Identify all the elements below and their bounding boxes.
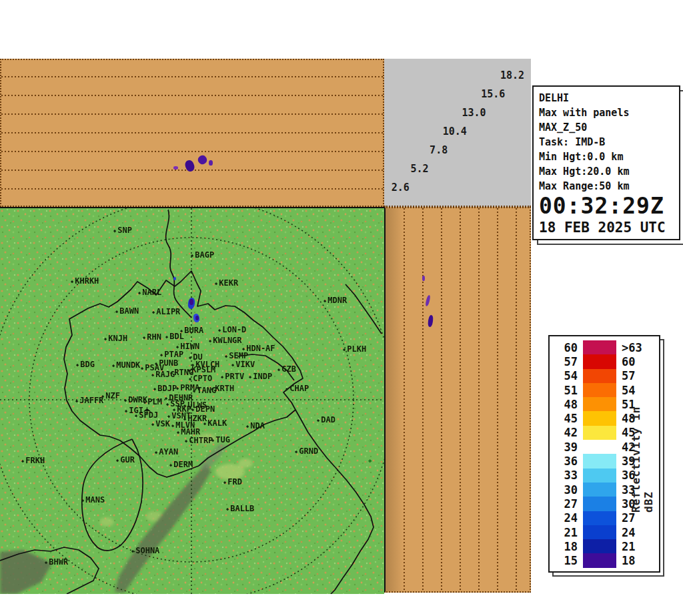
height-scale-label: 13.0	[462, 107, 486, 119]
radar-site-name: DELHI	[539, 91, 674, 105]
station-label-frkh: ◆FRKH	[21, 456, 45, 465]
legend-color-swatch	[583, 511, 616, 525]
legend-color-swatch	[583, 411, 616, 425]
timestamp: 00:32:29Z	[539, 194, 674, 219]
station-marker-icon: ◆	[323, 298, 326, 304]
legend-color-swatch	[583, 354, 616, 368]
station-marker-icon: ◆	[223, 480, 226, 485]
legend-left-label: 60	[554, 341, 578, 354]
station-label-bhwr: ◆BHWR	[45, 558, 68, 566]
station-marker-icon: ◆	[203, 421, 206, 426]
legend-left-label: 39	[554, 440, 578, 454]
station-label-ptap: ◆PTAP	[160, 350, 183, 358]
legend-right-label: 24	[622, 526, 635, 539]
station-label-bura: ◆BURA	[180, 326, 203, 334]
station-marker-icon: ◆	[153, 386, 156, 392]
radar-echo	[428, 315, 434, 328]
station-marker-icon: ◆	[165, 334, 168, 340]
station-marker-icon: ◆	[180, 328, 183, 334]
station-label-narl: ◆NARL	[138, 288, 161, 296]
right-height-panel	[384, 207, 531, 593]
station-label-vikv: ◆VIKV	[231, 360, 255, 368]
legend-left-label: 18	[554, 540, 578, 553]
station-marker-icon: ◆	[21, 458, 24, 464]
product-code: MAX_Z_50	[539, 120, 674, 135]
legend-title: Reflectivity in dBZ	[630, 395, 655, 513]
radar-display: 18.215.613.010.47.85.22.6	[0, 0, 683, 616]
station-marker-icon: ◆	[177, 430, 179, 435]
station-label-sfdj: ◆SFDJ	[135, 411, 158, 419]
station-label-tug: ◆TUG	[211, 436, 230, 444]
station-label-nda: ◆NDA	[246, 422, 265, 430]
station-label-mans: ◆MANS	[81, 496, 105, 504]
station-marker-icon: ◆	[71, 279, 73, 284]
station-label-krth: ◆KRTH	[211, 384, 234, 392]
station-label-lon-d: ◆LON-D	[218, 326, 246, 334]
station-marker-icon: ◆	[138, 290, 141, 296]
station-marker-icon: ◆	[221, 374, 223, 380]
station-marker-icon: ◆	[211, 386, 213, 392]
radar-echo	[189, 299, 193, 305]
info-box: DELHI Max with panels MAX_Z_50 Task: IMD…	[532, 85, 680, 240]
station-marker-icon: ◆	[231, 362, 234, 368]
station-label-bdg: ◆BDG	[76, 360, 95, 368]
legend-left-label: 51	[554, 384, 578, 397]
station-marker-icon: ◆	[115, 309, 118, 314]
height-gridline	[441, 208, 442, 591]
station-marker-icon: ◆	[189, 355, 191, 360]
height-scale-label: 5.2	[410, 163, 428, 175]
station-label-jaffr: ◆JAFFR	[75, 396, 103, 404]
legend-color-swatch	[583, 553, 616, 567]
legend-left-label: 57	[554, 355, 578, 368]
max-range: Max Range:50 km	[539, 179, 674, 194]
station-marker-icon: ◆	[75, 398, 78, 404]
date-utc: 18 FEB 2025 UTC	[539, 219, 674, 236]
station-marker-icon: ◆	[176, 386, 179, 391]
legend-right-label: 21	[622, 540, 635, 553]
station-marker-icon: ◆	[193, 388, 195, 394]
station-marker-icon: ◆	[116, 458, 119, 463]
station-marker-icon: ◆	[81, 498, 84, 503]
station-marker-icon: ◆	[225, 354, 227, 359]
station-marker-icon: ◆	[143, 400, 146, 405]
station-label-gzb: ◆GZB	[277, 365, 296, 373]
station-label-depn: ◆DEPN	[191, 405, 215, 413]
station-label-alipr: ◆ALIPR	[152, 308, 180, 316]
radar-echo	[195, 316, 199, 320]
station-marker-icon: ◆	[218, 328, 221, 333]
legend-left-label: 33	[554, 469, 578, 482]
station-label-plkh: ◆PLKH	[343, 345, 366, 353]
station-marker-icon: ◆	[368, 457, 372, 464]
top-height-panel	[0, 59, 384, 207]
station-marker-icon: ◆	[185, 438, 187, 444]
legend-left-label: 27	[554, 497, 578, 511]
legend-row: 2124	[554, 525, 659, 539]
station-marker-icon: ◆	[317, 418, 319, 423]
station-marker-icon: ◆	[101, 394, 104, 399]
legend-color-swatch	[583, 497, 616, 511]
station-marker-icon: ◆	[135, 413, 137, 418]
station-marker-icon: ◆	[170, 370, 173, 376]
station-marker-icon: ◆	[189, 376, 191, 382]
station-marker-icon: ◆	[131, 549, 134, 554]
legend-color-swatch	[583, 383, 616, 397]
min-height: Min Hgt:0.0 km	[539, 149, 674, 164]
legend-left-label: 30	[554, 483, 578, 497]
station-label-nzf: ◆NZF	[101, 392, 120, 400]
station-marker-icon: ◆	[166, 402, 169, 407]
height-gridline	[1, 151, 383, 152]
station-marker-icon: ◆	[285, 386, 288, 392]
height-scale-label: 15.6	[481, 88, 505, 100]
height-gridline	[422, 208, 424, 591]
station-marker-icon: ◆	[211, 438, 214, 443]
station-marker-icon: ◆	[249, 374, 251, 380]
height-gridline	[497, 208, 498, 591]
height-gridline	[1, 132, 383, 133]
station-label-kekr: ◆KEKR	[215, 279, 238, 287]
station-marker-icon: ◆	[141, 366, 143, 371]
station-marker-icon: ◆	[45, 560, 47, 565]
station-label-kalk: ◆KALK	[203, 419, 227, 427]
height-gridline	[516, 208, 517, 591]
station-label-mdnr: ◆MDNR	[323, 296, 347, 304]
height-scale-panel: 18.215.613.010.47.85.22.6	[384, 59, 531, 207]
